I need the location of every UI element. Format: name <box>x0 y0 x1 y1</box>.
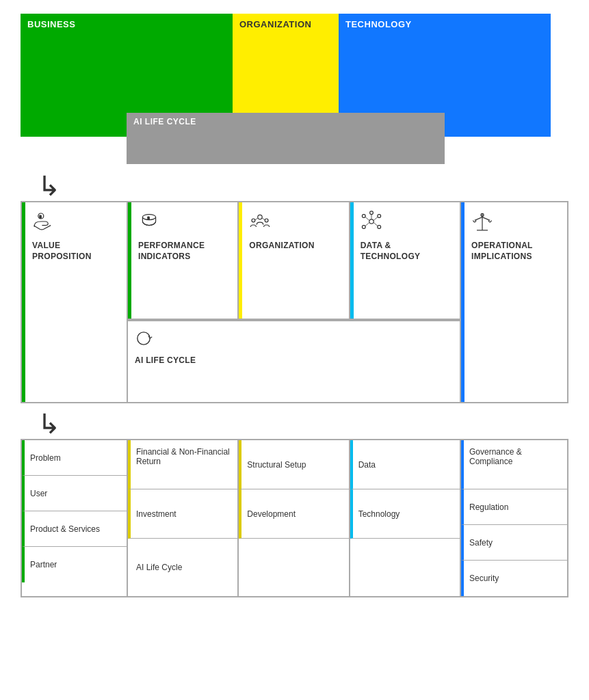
bot-cell-problem: Problem <box>22 440 127 476</box>
mid-card-organization-label: ORGANIZATION <box>249 241 341 252</box>
bot-cell-lifecycle-col2: AI Life Cycle <box>128 539 237 596</box>
technology-label: TECHNOLOGY <box>339 14 551 35</box>
organization-label: ORGANIZATION <box>233 14 339 35</box>
scales-icon <box>471 211 493 232</box>
bot-cell-financial: Financial & Non-Financial Return <box>128 440 237 489</box>
svg-point-6 <box>265 219 269 222</box>
svg-line-16 <box>374 217 378 221</box>
security-label: Security <box>469 574 499 583</box>
performance-icon: $ <box>138 211 231 235</box>
bot-cell-governance: Governance & Compliance <box>461 440 567 489</box>
bot-cell-lifecycle-col4 <box>350 539 460 596</box>
mid-card-data-tech: DATA & TECHNOLOGY <box>350 202 460 319</box>
mid-col-operational: OPERATIONAL IMPLICATIONS <box>461 202 567 402</box>
structural-label: Structural Setup <box>247 460 306 470</box>
bot-cell-structural: Structural Setup <box>239 440 348 489</box>
bot-col-financial: Financial & Non-Financial Return Investm… <box>128 440 239 596</box>
bot-cell-product: Product & Services <box>22 511 127 547</box>
svg-line-8 <box>263 218 265 219</box>
mid-center-top: $ PERFORMANCE INDICATORS <box>128 202 460 320</box>
user-label: User <box>30 489 47 498</box>
mid-card-performance: $ PERFORMANCE INDICATORS <box>128 202 237 319</box>
mid-section: $ VALUE PROPOSITION $ <box>21 201 568 403</box>
bot-cell-technology: Technology <box>350 489 460 539</box>
bot-cell-lifecycle-col3 <box>239 539 348 596</box>
bot-cell-safety: Safety <box>461 525 567 561</box>
top-section: BUSINESS ORGANIZATION TECHNOLOGY AI LIFE… <box>21 14 568 164</box>
lifecycle-col2-label: AI Life Cycle <box>136 563 182 572</box>
bot-col-problem: Problem User Product & Services Partner <box>22 440 128 596</box>
svg-point-12 <box>362 226 365 229</box>
svg-point-10 <box>362 215 365 218</box>
mid-col-data-tech: DATA & TECHNOLOGY <box>350 202 460 319</box>
partner-label: Partner <box>30 560 57 569</box>
bot-cell-development: Development <box>239 489 348 539</box>
arrow-2: ↳ <box>21 409 568 439</box>
mid-lifecycle-card: AI LIFE CYCLE <box>128 320 460 402</box>
business-label: BUSINESS <box>21 14 233 35</box>
network-icon <box>361 211 382 232</box>
svg-line-7 <box>255 218 258 219</box>
bot-col-data: Data Technology <box>350 440 461 596</box>
svg-line-18 <box>374 223 378 226</box>
svg-point-4 <box>258 215 262 219</box>
arrow-down-1: ↳ <box>38 172 61 200</box>
mid-col-value-proposition: $ VALUE PROPOSITION <box>22 202 128 402</box>
investment-label: Investment <box>136 509 176 519</box>
bot-cell-data: Data <box>350 440 460 489</box>
lifecycle-icon <box>135 329 453 350</box>
organization-block: ORGANIZATION <box>233 14 339 120</box>
people-org-icon <box>249 211 271 232</box>
svg-point-13 <box>377 226 380 229</box>
mid-card-organization: ORGANIZATION <box>239 202 348 319</box>
mid-card-performance-label: PERFORMANCE INDICATORS <box>138 241 231 262</box>
bottom-section: Problem User Product & Services Partner … <box>21 439 568 597</box>
safety-label: Safety <box>469 538 493 548</box>
mid-card-value-proposition: $ VALUE PROPOSITION <box>22 202 127 402</box>
arrow-down-2: ↳ <box>38 410 61 438</box>
svg-line-17 <box>365 223 369 226</box>
bot-col-structural: Structural Setup Development <box>239 440 350 596</box>
svg-line-22 <box>475 217 482 221</box>
svg-point-5 <box>252 219 255 222</box>
mid-card-data-tech-label: DATA & TECHNOLOGY <box>361 241 453 262</box>
hand-coin-icon: $ <box>32 211 54 232</box>
mid-lifecycle-label: AI LIFE CYCLE <box>135 355 453 366</box>
svg-text:$: $ <box>148 216 150 220</box>
problem-label: Problem <box>30 453 61 463</box>
svg-point-11 <box>377 215 380 218</box>
mid-card-operational-label: OPERATIONAL IMPLICATIONS <box>471 241 560 262</box>
bot-cell-user: User <box>22 476 127 511</box>
ai-lifecycle-bar-top: AI LIFE CYCLE <box>127 113 445 164</box>
development-label: Development <box>247 509 296 519</box>
mid-col-organization: ORGANIZATION <box>239 202 350 319</box>
bot-cell-security: Security <box>461 561 567 596</box>
cycle-icon <box>135 329 153 347</box>
bot-col-governance: Governance & Compliance Regulation Safet… <box>461 440 567 596</box>
technology-label: Technology <box>358 509 400 519</box>
svg-line-23 <box>482 217 490 221</box>
data-tech-icon <box>361 211 453 235</box>
regulation-label: Regulation <box>469 502 508 512</box>
financial-label: Financial & Non-Financial Return <box>136 447 232 466</box>
org-icon <box>249 211 341 235</box>
mid-card-value-proposition-label: VALUE PROPOSITION <box>32 241 120 262</box>
product-label: Product & Services <box>30 524 100 534</box>
bot-cell-investment: Investment <box>128 489 237 539</box>
data-label: Data <box>358 460 376 470</box>
operational-icon <box>471 211 560 235</box>
bot-cell-partner: Partner <box>22 547 127 582</box>
mid-center-wrapper: $ PERFORMANCE INDICATORS <box>128 202 461 402</box>
coin-stack-icon: $ <box>138 211 160 232</box>
governance-label: Governance & Compliance <box>469 447 562 466</box>
svg-point-9 <box>369 219 373 224</box>
bot-cell-regulation: Regulation <box>461 489 567 525</box>
mid-col-performance: $ PERFORMANCE INDICATORS <box>128 202 239 319</box>
mid-card-operational: OPERATIONAL IMPLICATIONS <box>461 202 567 402</box>
svg-point-14 <box>369 211 373 215</box>
arrow-1: ↳ <box>21 171 568 201</box>
value-proposition-icon: $ <box>32 211 120 235</box>
svg-line-15 <box>365 217 369 221</box>
ai-lifecycle-bar-label: AI LIFE CYCLE <box>133 117 196 126</box>
